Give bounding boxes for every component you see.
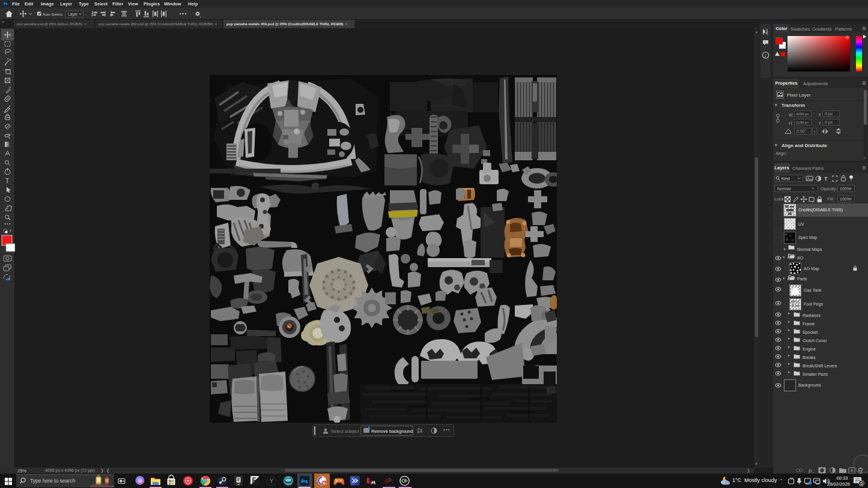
svg-text:T: T	[824, 176, 828, 182]
svg-text:Ps: Ps	[302, 478, 308, 484]
svg-text:9+: 9+	[323, 481, 327, 485]
svg-text:Kind: Kind	[782, 176, 790, 181]
svg-text:Layer: Layer	[68, 12, 78, 17]
svg-text:T: T	[5, 178, 9, 184]
svg-text:Auto-Select:: Auto-Select:	[43, 12, 63, 16]
svg-text:5: 5	[860, 481, 863, 486]
svg-text:i: i	[765, 53, 766, 59]
svg-text:fx: fx	[809, 468, 812, 474]
